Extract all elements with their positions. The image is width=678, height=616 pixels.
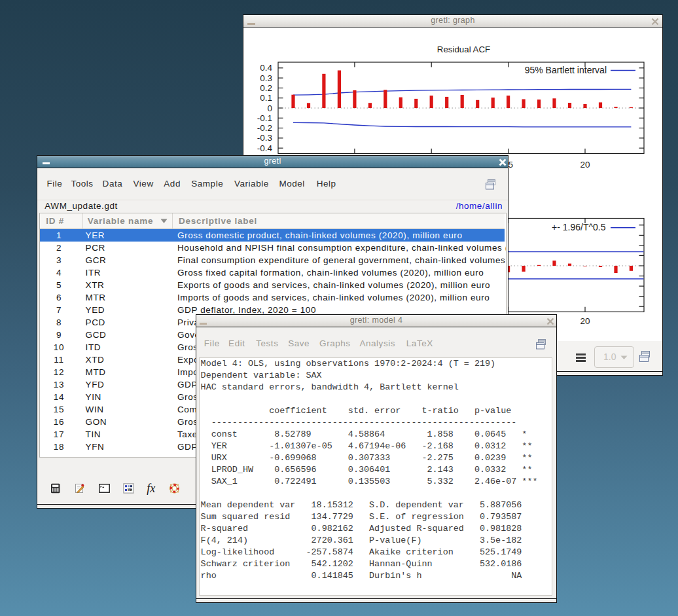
svg-text:+- 1.96/T^0.5: +- 1.96/T^0.5 <box>552 222 606 232</box>
svg-text:0: 0 <box>267 103 272 113</box>
svg-text:20: 20 <box>580 160 590 170</box>
svg-text:MX: MX <box>128 488 133 492</box>
svg-text:95% Bartlett interval: 95% Bartlett interval <box>525 65 607 75</box>
svg-text:-0.4: -0.4 <box>257 143 273 153</box>
svg-text:-0.2: -0.2 <box>257 123 272 133</box>
svg-text:0.1: 0.1 <box>260 93 272 103</box>
svg-text:Residual ACF: Residual ACF <box>437 45 490 54</box>
svg-text:-0.3: -0.3 <box>257 133 272 143</box>
svg-text:20: 20 <box>580 316 590 326</box>
svg-text:0.4: 0.4 <box>260 63 272 73</box>
svg-text:0.2: 0.2 <box>260 83 272 93</box>
svg-text:-0.1: -0.1 <box>257 113 272 123</box>
svg-text:0.3: 0.3 <box>260 73 272 83</box>
